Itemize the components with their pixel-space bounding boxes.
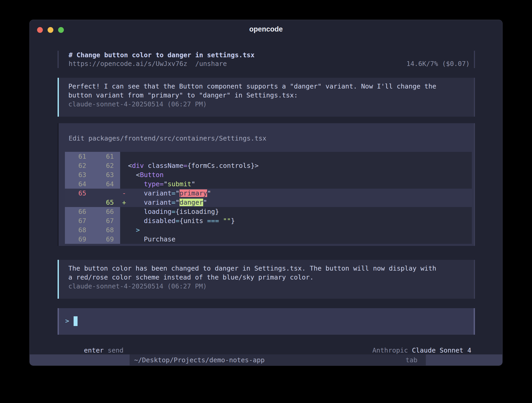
prompt-symbol: > [65, 316, 69, 326]
diff-change-marker: + [120, 198, 128, 207]
diff-change-marker [120, 179, 128, 189]
diff-new-lineno: 63 [93, 170, 120, 179]
context-stats: 14.6K/7% ($0.07) [406, 59, 470, 68]
session-header: # Change button color to danger in setti… [58, 51, 475, 68]
assistant-message: The button color has been changed to dan… [58, 260, 475, 299]
code-token: {units [180, 217, 207, 225]
diff-code-line: > [128, 225, 472, 235]
code-token: Button [140, 171, 163, 179]
diff-row: 6262<div className={formCs.controls}> [65, 161, 472, 170]
code-token: loading [144, 208, 171, 215]
code-token: " [176, 189, 180, 197]
code-token [128, 208, 144, 215]
code-token: "" [223, 217, 231, 225]
diff-old-lineno: 61 [65, 152, 93, 161]
code-token: = [160, 180, 163, 188]
diff-change-marker [120, 207, 128, 216]
assistant-message: Perfect! I can see that the Button compo… [58, 78, 475, 117]
unshare-command[interactable]: /unshare [195, 59, 227, 68]
diff-new-lineno: 62 [93, 161, 120, 170]
diff-change-marker [120, 152, 128, 161]
code-token: " [176, 199, 180, 206]
code-token: < [128, 162, 132, 169]
prompt-input[interactable]: > [58, 308, 475, 335]
diff-change-marker [120, 235, 128, 244]
model-indicator: Anthropic Claude Sonnet 4 [349, 337, 471, 346]
diff-old-lineno: 64 [65, 179, 93, 189]
edit-tool-title: Edit packages/frontend/src/containers/Se… [59, 123, 474, 152]
diff-new-lineno: 61 [93, 152, 120, 161]
diff-code-line: Purchase [128, 235, 472, 244]
diff-change-marker [120, 161, 128, 170]
diff-code-line: disabled={units === ""} [128, 216, 472, 225]
app-version-segment: opencode v0.3.11 [30, 354, 130, 366]
diff-row: 6767 disabled={units === ""} [65, 216, 472, 225]
code-token: className [148, 162, 183, 169]
diff-code-line: <Button [128, 170, 472, 179]
model-name: Claude Sonnet 4 [412, 347, 471, 354]
diff-row: 6161 [65, 152, 472, 161]
mode-segment[interactable]: BUILD MODE [426, 354, 502, 366]
session-title: # Change button color to danger in setti… [59, 51, 474, 59]
mode-switch-key-hint: tab [406, 354, 426, 366]
code-token: {isLoading} [176, 208, 219, 215]
code-token: = [172, 189, 176, 197]
diff-change-marker [120, 225, 128, 235]
diff-row: 65+ variant="danger" [65, 198, 472, 207]
code-token: type [144, 180, 160, 188]
diff-row: 6868 > [65, 225, 472, 235]
code-token [219, 217, 223, 225]
send-hint-action: send [104, 347, 124, 354]
diff-new-lineno: 66 [93, 207, 120, 216]
code-token: danger [180, 199, 203, 206]
code-token [128, 199, 144, 206]
code-token [128, 235, 144, 243]
diff-new-lineno: 67 [93, 216, 120, 225]
diff-new-lineno: 64 [93, 179, 120, 189]
send-hint-key: enter [84, 347, 104, 354]
message-meta: claude-sonnet-4-20250514 (06:27 PM) [68, 100, 469, 109]
code-token: = [172, 199, 176, 206]
message-meta: claude-sonnet-4-20250514 (06:27 PM) [68, 282, 469, 291]
working-directory: ~/Desktop/Projects/demo-notes-app [130, 354, 406, 366]
code-token: = [176, 217, 180, 225]
share-url[interactable]: https://opencode.ai/s/UwJxv76z [69, 59, 187, 68]
diff-code-line: variant="primary" [128, 189, 472, 198]
diff-code-line: type="submit" [128, 179, 472, 189]
diff-code-line: loading={isLoading} [128, 207, 472, 216]
input-footer: enter send Anthropic Claude Sonnet 4 [58, 337, 475, 346]
code-token: {formCs.controls} [187, 162, 255, 169]
diff-new-lineno: 68 [93, 225, 120, 235]
code-token: div [132, 162, 144, 169]
diff-change-marker [120, 170, 128, 179]
diff-old-lineno: 67 [65, 216, 93, 225]
code-token: = [172, 208, 176, 215]
code-token: } [231, 217, 235, 225]
edit-tool-card: Edit packages/frontend/src/containers/Se… [58, 123, 475, 246]
status-bar: opencode v0.3.11 ~/Desktop/Projects/demo… [30, 354, 502, 366]
code-token [128, 180, 144, 188]
message-text-line: The button color has been changed to dan… [68, 264, 469, 273]
code-token: === [207, 217, 219, 225]
model-provider: Anthropic [372, 347, 412, 354]
code-token [144, 162, 148, 169]
diff-old-lineno: 66 [65, 207, 93, 216]
title-bar: opencode [30, 20, 502, 36]
code-token [128, 217, 144, 225]
diff-new-lineno: 65 [93, 198, 120, 207]
diff-old-lineno: 68 [65, 225, 93, 235]
window-title: opencode [30, 25, 502, 33]
send-hint: enter send [60, 337, 124, 346]
diff-row: 6363 <Button [65, 170, 472, 179]
code-token: variant [144, 189, 171, 197]
diff-change-marker [120, 216, 128, 225]
diff-code-line: <div className={formCs.controls}> [128, 161, 472, 170]
code-token: Purchase [144, 235, 175, 243]
message-text-line: button variant from "primary" to "danger… [68, 91, 469, 100]
diff-old-lineno: 62 [65, 161, 93, 170]
code-token: " [207, 189, 211, 197]
message-text-line: Perfect! I can see that the Button compo… [68, 82, 469, 91]
diff-rows: 61616262<div className={formCs.controls}… [65, 152, 472, 244]
diff-old-lineno: 69 [65, 235, 93, 244]
code-token: " [191, 180, 195, 188]
